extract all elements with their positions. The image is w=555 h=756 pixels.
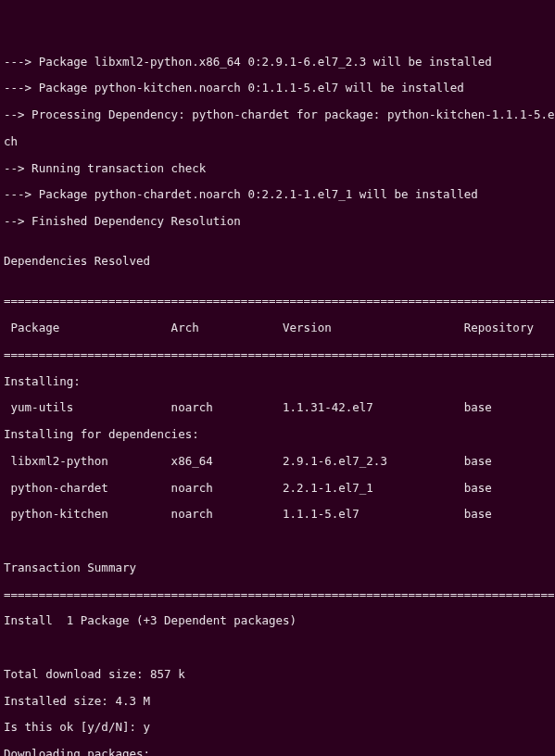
terminal-line: ch [4,135,551,148]
transaction-summary-title: Transaction Summary [4,561,551,574]
terminal-line: ---> Package python-kitchen.noarch 0:1.1… [4,82,551,94]
terminal-line: --> Finished Dependency Resolution [4,215,551,228]
terminal-line: ---> Package python-chardet.noarch 0:2.2… [4,188,551,201]
table-rule: ========================================… [4,588,551,601]
section-installing-deps: Installing for dependencies: [4,428,551,441]
downloading-heading: Downloading packages: [4,748,551,756]
blank-line [4,641,551,654]
table-row: python-chardet noarch 2.2.1-1.el7_1 base… [4,482,551,495]
table-row: python-kitchen noarch 1.1.1-5.el7 base 2… [4,508,551,521]
section-installing: Installing: [4,375,551,388]
table-header: Package Arch Version Repository Size [4,321,551,334]
table-rule: ========================================… [4,348,551,361]
confirm-prompt[interactable]: Is this ok [y/d/N]: y [4,721,551,734]
terminal-line: ---> Package libxml2-python.x86_64 0:2.9… [4,56,551,69]
table-rule: ========================================… [4,295,551,308]
installed-size: Installed size: 4.3 M [4,695,551,708]
table-row: libxml2-python x86_64 2.9.1-6.el7_2.3 ba… [4,455,551,468]
summary-line: Install 1 Package (+3 Dependent packages… [4,614,551,627]
blank-line [4,535,551,548]
terminal-line: --> Processing Dependency: python-charde… [4,108,551,121]
table-row: yum-utils noarch 1.1.31-42.el7 base 117 … [4,401,551,414]
deps-resolved: Dependencies Resolved [4,255,551,268]
total-download-size: Total download size: 857 k [4,668,551,681]
terminal-line: --> Running transaction check [4,162,551,175]
